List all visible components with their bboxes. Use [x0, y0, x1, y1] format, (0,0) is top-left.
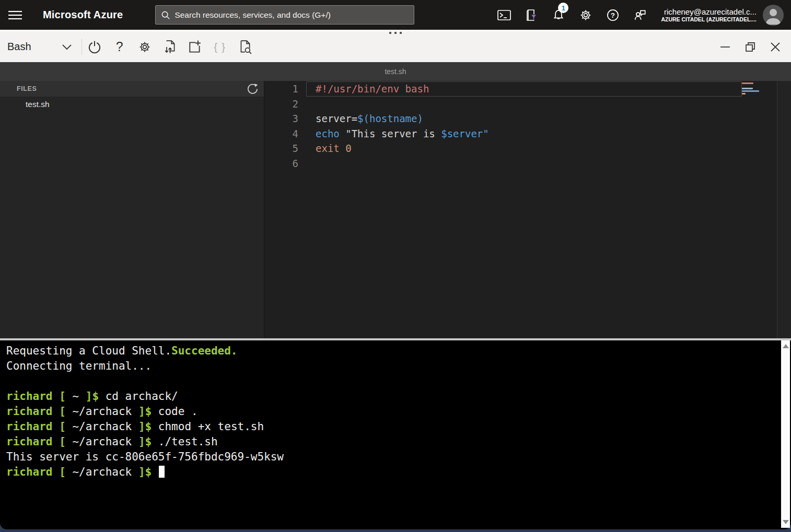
terminal-line: richard [ ~/archack ]$ chmod +x test.sh — [6, 419, 775, 434]
notifications-bell-icon[interactable]: 1 — [545, 0, 572, 30]
code-editor[interactable]: 1#!/usr/bin/env bash23server=$(hostname)… — [264, 81, 791, 338]
scroll-down-icon[interactable] — [783, 520, 789, 524]
pane-drag-handle[interactable] — [389, 32, 402, 34]
help-button[interactable]: ? — [107, 36, 132, 58]
code-lines: 1#!/usr/bin/env bash23server=$(hostname)… — [264, 81, 742, 171]
line-number: 6 — [264, 156, 306, 171]
settings-gear-icon[interactable] — [572, 0, 599, 30]
cloud-shell-window: Microsoft Azure 1 ? — [0, 0, 791, 532]
global-search-box[interactable] — [155, 5, 414, 25]
header-actions: 1 ? richeney@azurecitadel.c... AZURE CIT… — [491, 0, 791, 30]
shell-selector-label: Bash — [7, 41, 31, 53]
upload-download-file-icon[interactable] — [157, 36, 182, 58]
terminal-line: richard [ ~ ]$ cd archack/ — [6, 389, 775, 404]
code-line: 1#!/usr/bin/env bash — [264, 81, 742, 97]
terminal-line: richard [ ~/archack ]$ code . — [6, 404, 775, 419]
terminal[interactable]: Requesting a Cloud Shell.Succeeded.Conne… — [0, 340, 791, 529]
scroll-up-icon[interactable] — [783, 344, 789, 348]
tab-test-sh[interactable]: test.sh — [385, 67, 406, 76]
open-editor-icon[interactable] — [232, 36, 258, 58]
code-line: 2 — [264, 97, 742, 112]
help-icon[interactable]: ? — [599, 0, 626, 30]
editor-main: FILES test.sh 1#!/usr/bin/env bash23serv… — [0, 81, 791, 338]
azure-brand: Microsoft Azure — [43, 9, 123, 21]
new-file-icon[interactable] — [182, 36, 207, 58]
directory-filter-icon[interactable] — [518, 0, 545, 30]
window-controls — [713, 36, 788, 58]
avatar[interactable] — [763, 5, 784, 26]
line-number: 5 — [264, 141, 306, 156]
line-number: 4 — [264, 126, 306, 141]
terminal-line: Connecting terminal... — [6, 359, 775, 374]
svg-text:?: ? — [611, 11, 615, 19]
cloud-shell-toolbar: Bash ? { } — [0, 30, 791, 62]
file-item[interactable]: test.sh — [0, 97, 264, 112]
account-tenant: AZURE CITADEL (AZURECITADEL.... — [661, 16, 757, 22]
line-number: 1 — [264, 81, 306, 97]
minimize-icon[interactable] — [713, 36, 738, 58]
editor-tab-bar: test.sh — [0, 62, 791, 81]
files-header: FILES — [0, 81, 264, 97]
shell-selector[interactable]: Bash — [0, 37, 72, 57]
search-input[interactable] — [175, 10, 409, 20]
terminal-line: richard [ ~/archack ]$ ./test.sh — [6, 434, 775, 450]
code-line: 6 — [264, 156, 742, 171]
settings-gear-button[interactable] — [132, 36, 157, 58]
azure-portal-header: Microsoft Azure 1 ? — [0, 0, 791, 30]
account-email: richeney@azurecitadel.c... — [661, 7, 757, 16]
terminal-section: Requesting a Cloud Shell.Succeeded.Conne… — [0, 340, 791, 532]
hamburger-menu-icon[interactable] — [0, 0, 30, 30]
editor-scrollbar[interactable] — [777, 81, 791, 338]
files-header-label: FILES — [0, 85, 241, 92]
code-line: 5exit 0 — [264, 141, 742, 156]
file-explorer-panel: FILES test.sh — [0, 81, 264, 338]
refresh-icon[interactable] — [241, 81, 264, 97]
braces-editor-icon-disabled: { } — [207, 36, 232, 58]
code-line: 3server=$(hostname) — [264, 111, 742, 126]
line-number: 3 — [264, 111, 306, 126]
terminal-scrollbar[interactable] — [781, 340, 790, 528]
close-icon[interactable] — [763, 36, 788, 58]
feedback-icon[interactable] — [626, 0, 654, 30]
terminal-cursor — [159, 466, 165, 478]
notification-count-badge: 1 — [558, 3, 568, 13]
file-list: test.sh — [0, 97, 264, 338]
power-restart-icon[interactable] — [82, 36, 107, 58]
terminal-line: Requesting a Cloud Shell.Succeeded. — [6, 344, 775, 359]
line-number: 2 — [264, 97, 306, 112]
terminal-line: richard [ ~/archack ]$ — [6, 465, 775, 480]
account-info[interactable]: richeney@azurecitadel.c... AZURE CITADEL… — [661, 7, 757, 22]
search-icon — [161, 10, 170, 20]
restore-icon[interactable] — [738, 36, 763, 58]
chevron-down-icon — [62, 44, 72, 50]
cloud-shell-icon[interactable] — [491, 0, 518, 30]
terminal-line — [6, 374, 775, 389]
minimap[interactable] — [742, 81, 777, 338]
terminal-line: This server is cc-806e65f-756fbdc969-w5k… — [6, 450, 775, 465]
code-line: 4echo "This server is $server" — [264, 126, 742, 141]
